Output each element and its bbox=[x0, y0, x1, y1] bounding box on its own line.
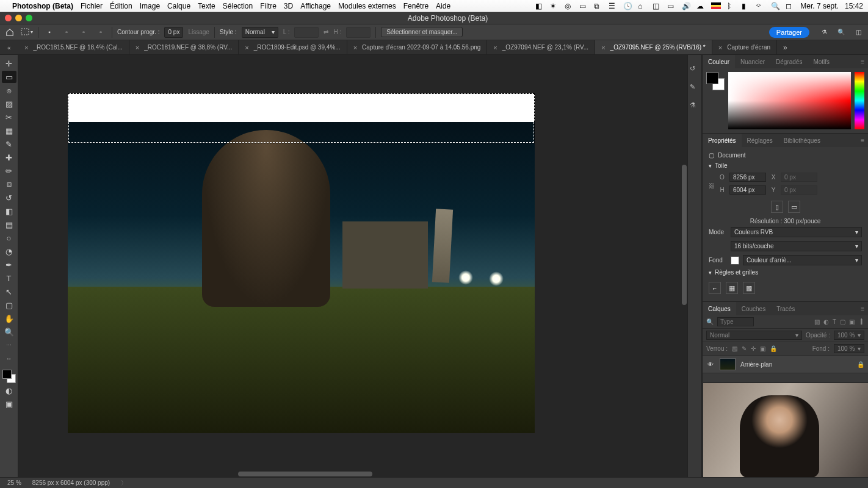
menuextra-icon-7[interactable]: 🕓 bbox=[623, 2, 632, 10]
rectangle-tool[interactable]: ▢ bbox=[2, 299, 16, 311]
healing-brush-tool[interactable]: ✚ bbox=[2, 151, 16, 163]
zoom-tool[interactable]: 🔍 bbox=[2, 326, 16, 338]
path-selection-tool[interactable]: ↖ bbox=[2, 285, 16, 298]
vertical-scrollbar[interactable] bbox=[682, 165, 687, 305]
link-wh-icon[interactable]: ⛓ bbox=[709, 182, 715, 189]
doc-tab-5[interactable]: ×_OZ97095.NEF @ 25% (RVB/16) * bbox=[595, 40, 712, 54]
history-brush-tool[interactable]: ↺ bbox=[2, 192, 16, 204]
edit-toolbar[interactable]: ⋯ bbox=[2, 339, 16, 351]
filter-smart-icon[interactable]: ▣ bbox=[849, 318, 855, 325]
volume-icon[interactable]: 🔊 bbox=[682, 2, 690, 10]
doc-tab-1[interactable]: ×_ROC1819.NEF @ 38,8% (RV... bbox=[129, 40, 239, 54]
lock-pixels-icon[interactable]: ✎ bbox=[742, 345, 747, 352]
tab-degrades[interactable]: Dégradés bbox=[770, 55, 808, 68]
menu-selection[interactable]: Sélection bbox=[223, 2, 253, 10]
tab-traces[interactable]: Tracés bbox=[771, 302, 800, 315]
color-mode-select[interactable]: Couleurs RVB▾ bbox=[731, 227, 862, 237]
panel-menu-icon[interactable]: ≡ bbox=[857, 306, 868, 312]
object-selection-tool[interactable]: ▨ bbox=[2, 98, 16, 110]
filter-adjust-icon[interactable]: ◐ bbox=[823, 318, 829, 325]
orientation-landscape-icon[interactable]: ▭ bbox=[788, 201, 800, 213]
style-select[interactable]: Normal▾ bbox=[242, 27, 278, 38]
control-center-icon[interactable]: ◻ bbox=[786, 2, 794, 10]
close-button[interactable] bbox=[5, 15, 12, 21]
doc-tab-6[interactable]: ×Capture d'écran bbox=[712, 40, 777, 54]
brush-tool[interactable]: ✏ bbox=[2, 165, 16, 177]
layer-item-background[interactable]: 👁 Arrière-plan 🔒 bbox=[703, 356, 868, 373]
document-canvas[interactable] bbox=[68, 93, 535, 433]
close-tab-icon[interactable]: × bbox=[136, 44, 139, 51]
menu-texte[interactable]: Texte bbox=[198, 2, 215, 10]
type-tool[interactable]: T bbox=[2, 272, 16, 284]
blend-mode-select[interactable]: Normal▾ bbox=[706, 331, 802, 340]
lasso-tool[interactable]: ⌾ bbox=[2, 84, 16, 96]
guides-icon[interactable]: ▩ bbox=[743, 282, 755, 294]
menu-filtre[interactable]: Filtre bbox=[260, 2, 277, 10]
document-dimensions[interactable]: 8256 px x 6004 px (300 ppp) bbox=[32, 479, 110, 486]
menuextra-icon-6[interactable]: ☰ bbox=[609, 2, 617, 10]
flag-icon[interactable] bbox=[711, 2, 721, 9]
close-tab-icon[interactable]: × bbox=[718, 44, 722, 51]
selection-subtract-icon[interactable]: ▫ bbox=[78, 26, 90, 38]
section-rules[interactable]: Règles et grilles bbox=[709, 269, 862, 276]
brush-panel-icon[interactable]: ✎ bbox=[690, 83, 700, 93]
marquee-tool-preset[interactable]: ▾ bbox=[21, 26, 33, 38]
screen-mode-tool[interactable]: ▣ bbox=[2, 398, 16, 410]
home-button[interactable] bbox=[4, 26, 16, 38]
foreground-background-colors[interactable] bbox=[2, 370, 16, 383]
menuextra-icon-8[interactable]: ⌂ bbox=[638, 2, 646, 10]
spotlight-icon[interactable]: 🔍 bbox=[771, 2, 779, 10]
menu-modules[interactable]: Modules externes bbox=[338, 2, 396, 10]
wifi-icon[interactable]: ⌔ bbox=[756, 2, 765, 10]
layer-name[interactable]: Arrière-plan bbox=[740, 361, 772, 368]
menuextra-icon-4[interactable]: ▭ bbox=[579, 2, 588, 10]
horizontal-scrollbar[interactable] bbox=[238, 472, 372, 476]
dodge-tool[interactable]: ◔ bbox=[2, 245, 16, 257]
fill-input[interactable]: 100 %▾ bbox=[834, 344, 864, 353]
selection-new-icon[interactable]: ▪ bbox=[43, 26, 56, 38]
filter-toggle-icon[interactable]: ⏽ bbox=[858, 318, 864, 325]
canvas-width-input[interactable]: 8256 px bbox=[729, 173, 766, 182]
status-bar-chevron-icon[interactable]: 〉 bbox=[121, 479, 127, 487]
tab-bibliotheques[interactable]: Bibliothèques bbox=[778, 134, 826, 147]
lock-position-icon[interactable]: ✛ bbox=[751, 345, 756, 352]
tab-overflow-right[interactable]: » bbox=[777, 43, 794, 52]
tab-calques[interactable]: Calques bbox=[703, 302, 736, 315]
doc-tab-2[interactable]: ×_ROC1809-Edit.psd @ 39,4%... bbox=[239, 40, 347, 54]
clone-stamp-tool[interactable]: ⧈ bbox=[2, 178, 16, 190]
frame-tool[interactable]: ▦ bbox=[2, 124, 16, 137]
fond-swatch[interactable] bbox=[731, 256, 739, 265]
menu-3d[interactable]: 3D bbox=[284, 2, 293, 10]
maximize-button[interactable] bbox=[26, 15, 32, 21]
selection-add-icon[interactable]: ▫ bbox=[60, 26, 73, 38]
hue-slider[interactable] bbox=[855, 72, 864, 129]
orientation-portrait-icon[interactable]: ▯ bbox=[771, 201, 783, 213]
color-picker-field[interactable] bbox=[728, 72, 851, 129]
doc-tab-3[interactable]: ×Capture d'écran 2022-09-07 à 14.05.56.p… bbox=[347, 40, 488, 54]
canvas-height-input[interactable]: 6004 px bbox=[729, 185, 766, 195]
tab-reglages[interactable]: Réglages bbox=[742, 134, 778, 147]
canvas-area[interactable] bbox=[18, 55, 687, 477]
eraser-tool[interactable]: ◧ bbox=[2, 205, 16, 217]
menu-image[interactable]: Image bbox=[140, 2, 160, 10]
visibility-toggle-icon[interactable]: 👁 bbox=[706, 361, 715, 368]
info-panel-icon[interactable]: ⚗ bbox=[690, 101, 700, 111]
doc-tab-0[interactable]: ×_ROC1815.NEF @ 18,4% (Cal... bbox=[18, 40, 129, 54]
menubar-date[interactable]: Mer. 7 sept. bbox=[800, 2, 839, 10]
tab-proprietes[interactable]: Propriétés bbox=[703, 134, 742, 147]
menubar-time[interactable]: 15:42 bbox=[845, 2, 863, 10]
close-tab-icon[interactable]: × bbox=[493, 44, 497, 51]
menu-edition[interactable]: Édition bbox=[110, 2, 132, 10]
tab-overflow-left[interactable]: « bbox=[7, 45, 11, 51]
share-button[interactable]: Partager bbox=[769, 27, 809, 38]
rectangular-marquee-tool[interactable]: ▭ bbox=[2, 71, 16, 83]
filter-icon[interactable]: 🔍 bbox=[706, 318, 714, 325]
section-toile[interactable]: Toile bbox=[709, 162, 862, 169]
lock-all-icon[interactable]: 🔒 bbox=[770, 345, 777, 352]
menu-calque[interactable]: Calque bbox=[167, 2, 190, 10]
tab-couleur[interactable]: Couleur bbox=[703, 55, 735, 68]
crop-tool[interactable]: ✂ bbox=[2, 111, 16, 123]
minimize-button[interactable] bbox=[15, 15, 22, 21]
pen-tool[interactable]: ✒ bbox=[2, 259, 16, 271]
gradient-tool[interactable]: ▤ bbox=[2, 218, 16, 231]
